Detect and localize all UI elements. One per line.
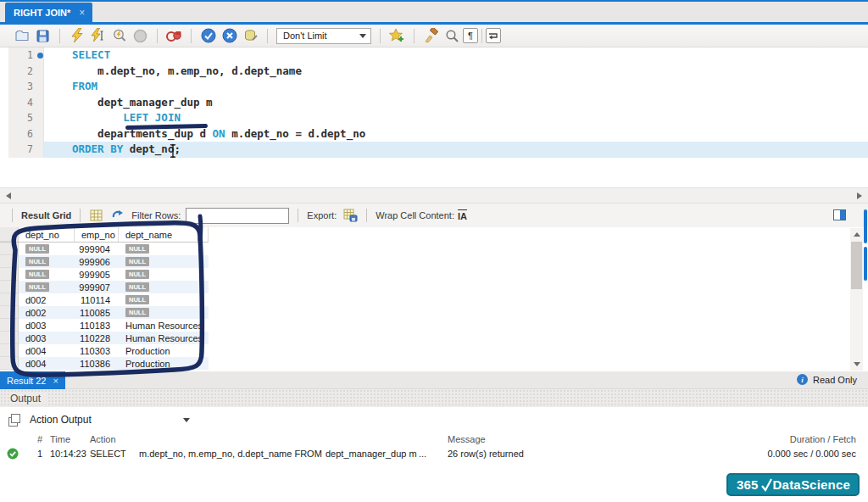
execute-current-statement-button[interactable] bbox=[89, 27, 107, 45]
grid-cell[interactable]: d004 bbox=[19, 357, 75, 370]
editor-line[interactable]: 4 dept_manager_dup m bbox=[0, 95, 868, 111]
wrap-cell-content-icon[interactable]: IA bbox=[458, 209, 467, 221]
table-row[interactable]: d004110386Production bbox=[0, 357, 209, 370]
grid-cell[interactable]: 999905 bbox=[75, 268, 119, 281]
grid-cell[interactable]: 110303 bbox=[75, 344, 119, 357]
table-row[interactable]: d003110228Human Resources bbox=[0, 332, 209, 344]
editor-line[interactable]: 7ORDER BY dept_no; bbox=[0, 142, 868, 158]
grid-cell[interactable]: d004 bbox=[19, 344, 75, 357]
table-row[interactable]: d002110114NULL bbox=[0, 293, 209, 306]
execute-script-button[interactable] bbox=[68, 27, 86, 45]
show-invisibles-button[interactable]: ¶ bbox=[463, 28, 478, 43]
grid-cell[interactable]: 110386 bbox=[75, 357, 119, 370]
toggle-autocommit-button[interactable] bbox=[242, 27, 259, 45]
row-selector[interactable] bbox=[0, 293, 19, 306]
grid-cell[interactable]: d003 bbox=[19, 332, 75, 344]
output-panel-header[interactable]: Output bbox=[0, 389, 868, 407]
grid-cell[interactable]: NULL bbox=[119, 268, 209, 281]
grid-cell[interactable]: NULL bbox=[119, 306, 209, 319]
row-selector[interactable] bbox=[0, 306, 19, 319]
grid-cell[interactable]: NULL bbox=[19, 281, 75, 293]
wrap-text-button[interactable] bbox=[486, 28, 501, 43]
grid-cell[interactable]: d002 bbox=[19, 306, 75, 319]
scroll-left-icon[interactable] bbox=[6, 192, 11, 199]
grid-cell[interactable]: 999904 bbox=[75, 243, 119, 255]
output-view-selector[interactable]: Action Output bbox=[30, 414, 92, 426]
editor-horizontal-scrollbar[interactable] bbox=[0, 187, 868, 204]
output-log-row[interactable]: 1 10:14:23 SELECT m.dept_no, m.emp_no, d… bbox=[0, 446, 868, 461]
sql-editor[interactable]: 1SELECT2 m.dept_no, m.emp_no, d.dept_nam… bbox=[0, 47, 868, 187]
tab-close-icon[interactable]: × bbox=[79, 7, 85, 19]
collapsed-panel-bar[interactable] bbox=[864, 209, 867, 243]
side-panel-toggle-icon[interactable] bbox=[833, 209, 846, 220]
grid-vertical-scrollbar[interactable] bbox=[850, 228, 863, 371]
grid-cell[interactable]: NULL bbox=[19, 268, 75, 281]
refresh-icon[interactable] bbox=[109, 208, 125, 224]
filter-rows-input[interactable] bbox=[186, 208, 289, 224]
row-selector[interactable] bbox=[0, 344, 19, 357]
grid-cell[interactable]: Production bbox=[119, 357, 209, 370]
scroll-down-icon[interactable] bbox=[854, 362, 860, 366]
table-row[interactable]: NULL999907NULL bbox=[0, 281, 209, 293]
grid-cell[interactable]: Human Resources bbox=[119, 332, 209, 344]
line-number: 4 bbox=[0, 95, 44, 111]
table-row[interactable]: d004110303Production bbox=[0, 344, 209, 357]
column-header-emp-no[interactable]: emp_no bbox=[75, 227, 119, 242]
row-selector[interactable] bbox=[0, 268, 19, 281]
tab-result-22[interactable]: Result 22 × bbox=[0, 371, 65, 389]
save-script-button[interactable] bbox=[34, 27, 52, 45]
table-row[interactable]: NULL999906NULL bbox=[0, 255, 209, 268]
rollback-button[interactable] bbox=[220, 27, 238, 45]
grid-view-icon[interactable] bbox=[88, 208, 104, 224]
tab-right-join[interactable]: RIGHT JOIN* × bbox=[5, 3, 92, 22]
beautify-query-button[interactable] bbox=[422, 27, 440, 45]
grid-cell[interactable]: 110085 bbox=[75, 306, 119, 319]
grid-cell[interactable]: d002 bbox=[19, 293, 75, 306]
editor-line[interactable]: 3FROM bbox=[0, 79, 868, 95]
grid-cell[interactable]: 999907 bbox=[75, 281, 119, 293]
explain-statement-button[interactable] bbox=[110, 27, 128, 45]
collapsed-panel-bar[interactable] bbox=[864, 247, 867, 281]
grid-cell[interactable]: 110114 bbox=[75, 293, 119, 306]
result-tab-close-icon[interactable]: × bbox=[53, 376, 58, 386]
column-header-dept-name[interactable]: dept_name bbox=[119, 227, 209, 242]
grid-cell[interactable]: NULL bbox=[119, 255, 209, 268]
grid-cell[interactable]: 110183 bbox=[75, 319, 119, 332]
grid-cell[interactable]: 110228 bbox=[75, 332, 119, 344]
editor-line[interactable]: 5 LEFT JOIN bbox=[0, 110, 868, 126]
open-script-button[interactable] bbox=[13, 27, 31, 45]
grid-cell[interactable]: 999906 bbox=[75, 255, 119, 268]
grid-cell[interactable]: NULL bbox=[19, 255, 75, 268]
scroll-right-icon[interactable] bbox=[857, 192, 862, 199]
row-selector[interactable] bbox=[0, 319, 19, 332]
grid-cell[interactable]: NULL bbox=[119, 281, 209, 293]
table-row[interactable]: d002110085NULL bbox=[0, 306, 209, 319]
scrollbar-thumb[interactable] bbox=[851, 242, 862, 289]
editor-line[interactable]: 1SELECT bbox=[0, 47, 868, 64]
grid-cell[interactable]: Production bbox=[119, 344, 209, 357]
code-text: m.dept_no, m.emp_no, d.dept_name bbox=[44, 64, 868, 80]
row-selector[interactable] bbox=[0, 255, 19, 268]
grid-cell[interactable]: d003 bbox=[19, 319, 75, 332]
table-row[interactable]: NULL999904NULL bbox=[0, 243, 209, 255]
export-icon[interactable] bbox=[342, 208, 359, 224]
save-snippet-button[interactable] bbox=[388, 27, 406, 45]
commit-button[interactable] bbox=[199, 27, 217, 45]
table-row[interactable]: d003110183Human Resources bbox=[0, 319, 209, 332]
find-button[interactable] bbox=[443, 27, 461, 45]
grid-cell[interactable]: NULL bbox=[119, 293, 209, 306]
row-selector[interactable] bbox=[0, 281, 19, 293]
row-selector[interactable] bbox=[0, 332, 19, 344]
row-selector[interactable] bbox=[0, 357, 19, 370]
dropdown-caret-icon[interactable] bbox=[183, 418, 190, 422]
row-selector[interactable] bbox=[0, 243, 19, 255]
toggle-stop-on-error-button[interactable] bbox=[165, 27, 183, 45]
scroll-up-icon[interactable] bbox=[854, 232, 860, 237]
grid-cell[interactable]: NULL bbox=[119, 243, 209, 255]
grid-cell[interactable]: Human Resources bbox=[119, 319, 209, 332]
column-header-dept-no[interactable]: dept_no bbox=[19, 227, 75, 242]
table-row[interactable]: NULL999905NULL bbox=[0, 268, 209, 281]
limit-rows-dropdown[interactable]: Don't Limit bbox=[276, 28, 371, 44]
grid-cell[interactable]: NULL bbox=[19, 243, 75, 255]
editor-line[interactable]: 2 m.dept_no, m.emp_no, d.dept_name bbox=[0, 64, 868, 80]
